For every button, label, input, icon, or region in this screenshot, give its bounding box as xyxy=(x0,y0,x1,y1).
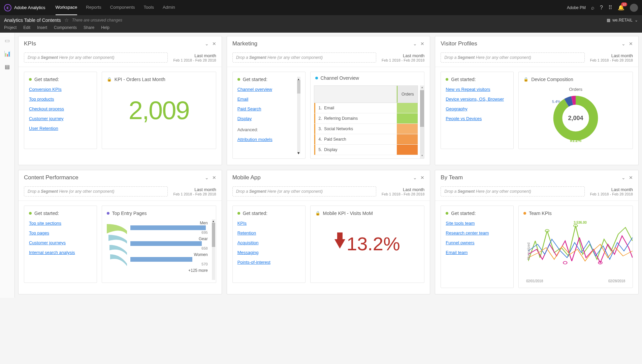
collapse-icon[interactable]: ⌄ xyxy=(413,41,417,46)
orders-column-header[interactable]: Orders xyxy=(397,86,418,103)
chevron-down-icon: ⌄ xyxy=(635,18,638,23)
date-range[interactable]: Last monthFeb 1 2018 - Feb 28 2018 xyxy=(173,187,216,196)
report-suite-selector[interactable]: ▦ we.RETAIL ⌄ xyxy=(607,18,638,23)
link-channel-overview[interactable]: Channel overview xyxy=(237,87,297,92)
nav-tools[interactable]: Tools xyxy=(144,0,154,15)
link-top-site-sections[interactable]: Top site sections xyxy=(29,221,92,226)
date-range[interactable]: Last monthFeb 1 2018 - Feb 28 2018 xyxy=(590,53,633,62)
suite-name: we.RETAIL xyxy=(612,18,633,23)
apps-grid-icon[interactable]: ⠿ xyxy=(608,4,612,11)
brand-logo[interactable]: ◐ Adobe Analytics xyxy=(4,4,45,11)
menu-edit[interactable]: Edit xyxy=(23,25,30,30)
link-mobile-kpis[interactable]: KPIs xyxy=(237,221,300,226)
link-email-team[interactable]: Email team xyxy=(446,250,509,255)
link-research-center-team[interactable]: Research center team xyxy=(446,230,509,235)
nav-reports[interactable]: Reports xyxy=(86,0,101,15)
nav-workspace[interactable]: Workspace xyxy=(56,0,77,15)
close-icon[interactable]: ✕ xyxy=(629,175,633,180)
status-dot-icon xyxy=(523,212,526,215)
segment-dropzone[interactable]: Drop a Segment Here (or any other compon… xyxy=(24,52,168,63)
collapse-icon[interactable]: ⌄ xyxy=(205,175,209,180)
collapse-icon[interactable]: ⌄ xyxy=(621,175,625,180)
menu-help[interactable]: Help xyxy=(101,25,109,30)
table-row[interactable]: 3. Social Networks xyxy=(314,124,418,134)
table-row[interactable]: 2. Referring Domains xyxy=(314,113,418,124)
table-row[interactable]: 1. Email xyxy=(314,103,418,113)
link-display[interactable]: Display xyxy=(237,116,297,121)
link-paid-search[interactable]: Paid Search xyxy=(237,106,297,111)
channel-table: Orders 1. Email 2. Referring Domains 3. … xyxy=(314,85,418,155)
collapse-icon[interactable]: ⌄ xyxy=(621,41,625,46)
account-name[interactable]: Adobe PM xyxy=(567,5,586,10)
menu-project[interactable]: Project xyxy=(4,25,17,30)
user-avatar[interactable] xyxy=(630,4,638,12)
arrow-down-icon xyxy=(334,239,345,249)
link-top-pages[interactable]: Top pages xyxy=(29,230,92,235)
close-icon[interactable]: ✕ xyxy=(212,175,216,180)
getstarted-card: Get started: Site tools team Research ce… xyxy=(441,206,514,288)
nav-components[interactable]: Components xyxy=(110,0,135,15)
date-range[interactable]: Last monthFeb 1 2018 - Feb 28 2018 xyxy=(590,187,633,196)
link-geography[interactable]: Geography xyxy=(446,106,509,111)
link-acquisition[interactable]: Acquisition xyxy=(237,240,300,245)
chart-peak-label: 3,536.00 xyxy=(574,221,587,224)
getstarted-card: Get started: New vs Repeat visitors Devi… xyxy=(441,72,514,149)
link-site-tools-team[interactable]: Site tools team xyxy=(446,221,509,226)
link-email[interactable]: Email xyxy=(237,97,297,102)
scrollbar[interactable]: ▴ xyxy=(212,219,215,280)
menu-insert[interactable]: Insert xyxy=(37,25,47,30)
link-messaging[interactable]: Messaging xyxy=(237,250,300,255)
close-icon[interactable]: ✕ xyxy=(629,41,633,46)
link-attribution-models[interactable]: Attribution models xyxy=(237,137,297,142)
link-internal-search[interactable]: Internal search analysis xyxy=(29,250,92,255)
rail-table-icon[interactable]: ▤ xyxy=(5,64,10,70)
date-range[interactable]: Last monthFeb 1 2018 - Feb 28 2018 xyxy=(382,53,424,62)
link-customer-journeys[interactable]: Customer journeys xyxy=(29,240,92,245)
link-device-versions[interactable]: Device versions, OS, Browser xyxy=(446,97,509,102)
device-composition-card: 🔒Device Composition Orders 5.4% 2,004 91 xyxy=(518,72,633,149)
search-icon[interactable]: ⌕ xyxy=(591,5,595,11)
menu-share[interactable]: Share xyxy=(84,25,94,30)
segment-dropzone[interactable]: Drop a Segment Here (or any other compon… xyxy=(24,186,168,196)
status-dot-icon xyxy=(107,212,109,215)
table-row[interactable]: 5. Display xyxy=(314,145,418,155)
segment-dropzone[interactable]: Drop a Segment Here (or any other compon… xyxy=(441,186,584,196)
menu-components[interactable]: Components xyxy=(54,25,77,30)
link-conversion-kpis[interactable]: Conversion KPIs xyxy=(29,87,92,92)
help-icon[interactable]: ? xyxy=(600,5,603,11)
panel-content-performance: Content Performance ⌄ ✕ Drop a Segment H… xyxy=(18,170,222,294)
chart-y-axis-label: Normalized xyxy=(527,243,531,260)
collapse-icon[interactable]: ⌄ xyxy=(413,175,417,180)
scrollbar[interactable]: ▴▾ xyxy=(297,77,300,154)
project-title[interactable]: Analytics Table of Contents xyxy=(4,17,61,23)
link-user-retention[interactable]: User Retention xyxy=(29,126,92,131)
collapse-icon[interactable]: ⌄ xyxy=(205,41,209,46)
table-row[interactable]: 4. Paid Search xyxy=(314,134,418,145)
link-customer-journey[interactable]: Customer journey xyxy=(29,116,92,121)
link-funnel-owners[interactable]: Funnel owners xyxy=(446,240,509,245)
favorite-star-icon[interactable]: ☆ xyxy=(64,17,69,23)
close-icon[interactable]: ✕ xyxy=(420,175,424,180)
date-range[interactable]: Last month Feb 1 2018 - Feb 28 2018 xyxy=(173,53,216,62)
more-items[interactable]: +125 more xyxy=(130,268,210,273)
primary-nav: Workspace Reports Components Tools Admin xyxy=(56,0,567,15)
link-new-vs-repeat[interactable]: New vs Repeat visitors xyxy=(446,87,509,92)
date-range[interactable]: Last monthFeb 1 2018 - Feb 28 2018 xyxy=(382,187,424,196)
link-top-products[interactable]: Top products xyxy=(29,97,92,102)
link-poi[interactable]: Points-of-interest xyxy=(237,260,300,265)
donut-metric-label: Orders xyxy=(523,87,628,92)
rail-panel-icon[interactable]: ▭ xyxy=(5,37,10,44)
rail-chart-icon[interactable]: 📊 xyxy=(4,50,11,57)
segment-dropzone[interactable]: Drop a Segment Here (or any other compon… xyxy=(232,52,376,63)
segment-dropzone[interactable]: Drop a Segment Here (or any other compon… xyxy=(441,52,584,63)
scrollbar[interactable]: ▴▾ xyxy=(420,85,424,158)
link-people-vs-devices[interactable]: People vs Devices xyxy=(446,116,509,121)
link-retention[interactable]: Retention xyxy=(237,230,300,235)
nav-admin[interactable]: Admin xyxy=(163,0,175,15)
link-checkout-process[interactable]: Checkout process xyxy=(29,106,92,111)
segment-dropzone[interactable]: Drop a Segment Here (or any other compon… xyxy=(232,186,376,196)
close-icon[interactable]: ✕ xyxy=(212,41,216,46)
status-dot-icon xyxy=(237,78,240,81)
close-icon[interactable]: ✕ xyxy=(420,41,424,46)
notifications-icon[interactable]: 🔔12 xyxy=(618,4,624,11)
